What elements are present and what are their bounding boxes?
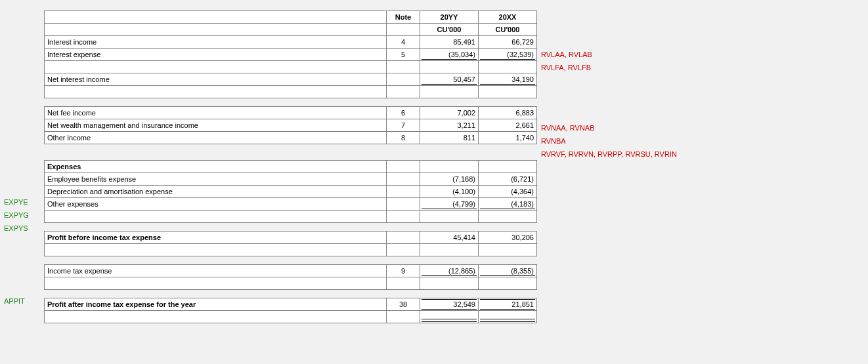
cell-label: Interest income	[45, 36, 387, 49]
cell-label: Income tax expense	[45, 265, 387, 277]
cell-note: 38	[387, 298, 420, 311]
left-code-expye: EXPYE	[4, 198, 28, 206]
cell-xx: (32,539)	[479, 49, 537, 61]
row-blank	[45, 311, 537, 323]
cell-note	[387, 186, 420, 198]
row-interest-income: Interest income 4 85,491 66,729	[45, 36, 537, 49]
cell-yy: (12,865)	[420, 265, 479, 277]
row-blank	[45, 277, 537, 290]
cell-label: Profit after income tax expense for the …	[45, 298, 387, 311]
cell-note	[387, 73, 420, 86]
cell-note: 6	[387, 107, 420, 119]
cell-xx: (4,364)	[479, 186, 537, 198]
right-code-interest-income: RVLAA, RVLAB	[541, 51, 592, 58]
header-row-years: Note 20YY 20XX	[45, 11, 537, 24]
cell-yy: 7,002	[420, 107, 479, 119]
cell-xx: 34,190	[479, 73, 537, 86]
cell-note: 9	[387, 265, 420, 277]
cell-label: Net wealth management and insurance inco…	[45, 119, 387, 132]
cell-yy: (4,100)	[420, 186, 479, 198]
cell-label: Other expenses	[45, 198, 387, 211]
cell-yy: 50,457	[420, 73, 479, 86]
right-code-other-income: RVRVF, RVRVN, RVRPP, RVRSU, RVRIN	[541, 150, 677, 158]
row-depreciation: Depreciation and amortisation expense (4…	[45, 186, 537, 198]
cell-xx: 21,851	[479, 298, 537, 311]
cell-yy: 32,549	[420, 298, 479, 311]
col-unit-xx: CU'000	[479, 24, 537, 36]
col-header-note: Note	[387, 11, 420, 24]
row-net-wealth: Net wealth management and insurance inco…	[45, 119, 537, 132]
income-tax-table: Income tax expense 9 (12,865) (8,355)	[44, 264, 537, 290]
cell-note: 4	[387, 36, 420, 49]
cell-xx: 66,729	[479, 36, 537, 49]
row-blank	[45, 61, 537, 73]
row-blank	[45, 86, 537, 98]
row-expenses-header: Expenses	[45, 161, 537, 173]
cell-note	[387, 173, 420, 186]
row-employee-benefits: Employee benefits expense (7,168) (6,721…	[45, 173, 537, 186]
row-interest-expense: Interest expense 5 (35,034) (32,539)	[45, 49, 537, 61]
profit-before-tax-table: Profit before income tax expense 45,414 …	[44, 231, 537, 256]
cell-yy: 85,491	[420, 36, 479, 49]
row-net-interest-income: Net interest income 50,457 34,190	[45, 73, 537, 86]
left-code-expyg: EXPYG	[4, 211, 29, 219]
table-container: Note 20YY 20XX CU'000 CU'000 Interest in…	[44, 10, 537, 323]
header-row-units: CU'000 CU'000	[45, 24, 537, 36]
right-code-interest-expense: RVLFA, RVLFB	[541, 64, 591, 71]
col-unit-yy: CU'000	[420, 24, 479, 36]
cell-yy: (35,034)	[420, 49, 479, 61]
right-code-net-fee: RVNAA, RVNAB	[541, 124, 595, 132]
cell-yy: 811	[420, 132, 479, 144]
row-other-expenses: Other expenses (4,799) (4,183)	[45, 198, 537, 211]
cell-note: 5	[387, 49, 420, 61]
cell-xx: 1,740	[479, 132, 537, 144]
cell-label: Net fee income	[45, 107, 387, 119]
cell-note: 8	[387, 132, 420, 144]
left-code-appit: APPIT	[4, 297, 25, 305]
row-blank	[45, 211, 537, 223]
interest-table: Interest income 4 85,491 66,729 Interest…	[44, 35, 537, 98]
cell-xx: (4,183)	[479, 198, 537, 211]
row-profit-after-tax: Profit after income tax expense for the …	[45, 298, 537, 311]
row-blank	[45, 244, 537, 256]
cell-yy: (7,168)	[420, 173, 479, 186]
cell-label: Depreciation and amortisation expense	[45, 186, 387, 198]
other-income-table: Net fee income 6 7,002 6,883 Net wealth …	[44, 106, 537, 144]
profit-after-tax-table: Profit after income tax expense for the …	[44, 298, 537, 323]
col-header-xx: 20XX	[479, 11, 537, 24]
right-code-net-wealth: RVNBA	[541, 137, 566, 145]
left-code-expys: EXPYS	[4, 224, 28, 232]
col-header-yy: 20YY	[420, 11, 479, 24]
header-table: Note 20YY 20XX CU'000 CU'000	[44, 10, 537, 36]
row-net-fee-income: Net fee income 6 7,002 6,883	[45, 107, 537, 119]
cell-yy: 45,414	[420, 232, 479, 244]
cell-xx: (6,721)	[479, 173, 537, 186]
cell-label: Expenses	[45, 161, 387, 173]
cell-label: Profit before income tax expense	[45, 232, 387, 244]
cell-xx: 30,206	[479, 232, 537, 244]
financial-statement: EXPYE EXPYG EXPYS APPIT RVLAA, RVLAB RVL…	[0, 0, 868, 364]
cell-note	[387, 232, 420, 244]
expenses-table: Expenses Employee benefits expense (7,16…	[44, 160, 537, 223]
row-other-income: Other income 8 811 1,740	[45, 132, 537, 144]
cell-label: Interest expense	[45, 49, 387, 61]
cell-label: Other income	[45, 132, 387, 144]
cell-label: Net interest income	[45, 73, 387, 86]
cell-yy: 3,211	[420, 119, 479, 132]
cell-yy: (4,799)	[420, 198, 479, 211]
cell-xx: 2,661	[479, 119, 537, 132]
row-profit-before-tax: Profit before income tax expense 45,414 …	[45, 232, 537, 244]
cell-xx: (8,355)	[479, 265, 537, 277]
cell-xx: 6,883	[479, 107, 537, 119]
row-income-tax: Income tax expense 9 (12,865) (8,355)	[45, 265, 537, 277]
cell-label: Employee benefits expense	[45, 173, 387, 186]
cell-note: 7	[387, 119, 420, 132]
cell-note	[387, 198, 420, 211]
